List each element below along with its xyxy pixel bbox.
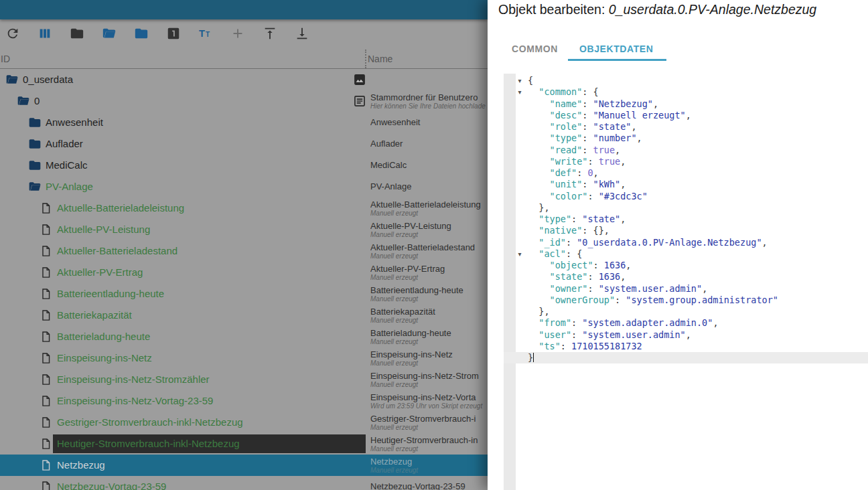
object-name-cell: Aktueller-BatterieladestandManuell erzeu… (370, 240, 488, 262)
object-name: Einspeisung-ins-Netz-Vorta (370, 392, 476, 402)
code-line[interactable]: "ts": 1710155181732 (528, 341, 778, 352)
code-line[interactable]: "common": { (528, 86, 778, 98)
text-format-button[interactable]: TT (198, 26, 213, 41)
dialog-title-prefix: Objekt bearbeiten: (498, 2, 609, 17)
folder-open-icon (102, 26, 117, 41)
object-id-label: Aktueller-PV-Ertrag (57, 262, 143, 283)
file-icon (40, 373, 53, 386)
tree-row-einspeisung-ins-netz[interactable]: Einspeisung-ins-NetzEinspeisung-ins-Netz… (0, 347, 488, 369)
file-icon (40, 437, 53, 451)
add-icon (230, 26, 245, 41)
code-line[interactable]: }, (528, 306, 778, 317)
object-name: Heutiger-Stromverbrauch-in (370, 435, 478, 445)
object-name-cell (370, 69, 488, 90)
code-line[interactable]: } (528, 352, 778, 363)
code-line[interactable]: "unit": "kWh", (528, 179, 778, 190)
code-line[interactable]: "type": "state", (528, 214, 778, 225)
tree-row-netzbezug[interactable]: NetzbezugNetzbezugManuell erzeugt (0, 455, 488, 476)
upload-button[interactable] (263, 26, 277, 41)
looks-one-button[interactable] (166, 26, 181, 41)
tree-row-aktuelle-pv-leistung[interactable]: Aktuelle-PV-LeistungAktuelle-PV-Leistung… (0, 219, 488, 240)
folder-open-button[interactable] (102, 26, 117, 41)
tree-row-auflader[interactable]: AufladerAuflader (0, 133, 488, 155)
file-icon (40, 351, 53, 365)
object-name: Aktueller-PV-Ertrag (370, 264, 445, 274)
code-line[interactable]: "write": true, (528, 156, 778, 167)
tab-common[interactable]: COMMON (501, 37, 569, 61)
view-columns-button[interactable] (38, 26, 52, 41)
object-name: Gestriger-Stromverbrauch-i (370, 414, 476, 424)
file-icon (40, 223, 53, 236)
file-icon (40, 309, 53, 322)
code-line[interactable]: "object": 1636, (528, 260, 778, 271)
fold-arrow-icon[interactable]: ▾ (516, 248, 524, 260)
tree-row-0[interactable]: 0Stammordner für BenutzeroHier können Si… (0, 90, 488, 112)
code-line[interactable]: "name": "Netzbezug", (528, 98, 778, 110)
tree-row-batterieladung-heute[interactable]: Batterieladung-heuteBatterieladung-heute… (0, 326, 488, 347)
tree-row-aktueller-batterieladestand[interactable]: Aktueller-BatterieladestandAktueller-Bat… (0, 240, 488, 262)
code-line[interactable]: "owner": "system.user.admin", (528, 283, 778, 295)
tree-row-batteriekapazität[interactable]: BatteriekapazitätBatteriekapazitätManuel… (0, 305, 488, 326)
object-id-label: Anwesenheit (46, 112, 103, 133)
column-divider[interactable] (365, 50, 366, 68)
folder-open-icon (28, 180, 42, 193)
code-line[interactable]: "_id": "0_userdata.0.PV-Anlage.Netzbezug… (528, 237, 778, 248)
object-name: Netzbezug-Vortag-23-59 (370, 476, 465, 490)
code-line[interactable]: "def": 0, (528, 167, 778, 179)
code-line[interactable]: "role": "state", (528, 121, 778, 133)
tree-row-netzbezug-vortag-23-59[interactable]: Netzbezug-Vortag-23-59Netzbezug-Vortag-2… (0, 476, 488, 490)
code-line[interactable]: "desc": "Manuell erzeugt", (528, 110, 778, 121)
code-line[interactable]: "type": "number", (528, 133, 778, 144)
tree-row-0_userdata[interactable]: 0_userdata (0, 69, 488, 90)
object-id-label: Batteriekapazität (57, 305, 132, 326)
fold-arrow-icon[interactable]: ▾ (516, 75, 524, 86)
fold-arrow-icon[interactable]: ▾ (516, 86, 524, 98)
tree-row-batterieentladung-heute[interactable]: Batterieentladung-heuteBatterieentladung… (0, 283, 488, 305)
code-line[interactable]: "from": "system.adapter.admin.0", (528, 317, 778, 329)
object-name: Batteriekapazität (370, 307, 435, 317)
editor-code[interactable]: { "common": { "name": "Netzbezug", "desc… (528, 75, 778, 363)
folder-button[interactable] (70, 26, 84, 41)
tree-row-einspeisung-ins-netz-vortag-23-59[interactable]: Einspeisung-ins-Netz-Vortag-23-59Einspei… (0, 390, 488, 412)
code-line[interactable]: "color": "#3cdc3c" (528, 191, 778, 202)
tab-objektdaten[interactable]: OBJEKTDATEN (569, 37, 664, 61)
tree-row-aktueller-pv-ertrag[interactable]: Aktueller-PV-ErtragAktueller-PV-ErtragMa… (0, 262, 488, 283)
tree-row-einspeisung-ins-netz-stromzähler[interactable]: Einspeisung-ins-Netz-StromzählerEinspeis… (0, 369, 488, 390)
tree-row-aktuelle-batterieladeleistung[interactable]: Aktuelle-BatterieladeleistungAktuelle-Ba… (0, 197, 488, 219)
object-id-label: 0_userdata (23, 69, 73, 90)
text-cursor (533, 353, 534, 362)
object-name-cell: MediCalc (370, 155, 488, 176)
code-line[interactable]: { (528, 75, 778, 86)
column-header-name: Name (368, 54, 392, 64)
object-id-label: Einspeisung-ins-Netz (57, 347, 152, 369)
file-icon (40, 480, 53, 490)
object-name-cell: Gestriger-Stromverbrauch-iManuell erzeug… (370, 412, 488, 433)
code-line[interactable]: "acl": { (528, 248, 778, 260)
code-line[interactable]: "state": 1636, (528, 271, 778, 282)
dialog-tabs: COMMONOBJEKTDATEN (501, 37, 664, 61)
folder-icon (28, 116, 42, 129)
code-line[interactable]: }, (528, 202, 778, 214)
dialog-title: Objekt bearbeiten: 0_userdata.0.PV-Anlag… (498, 2, 816, 17)
json-editor[interactable]: ▾▾▾ { "common": { "name": "Netzbezug", "… (488, 74, 868, 490)
code-line[interactable]: "read": true, (528, 145, 778, 156)
refresh-button[interactable] (5, 26, 20, 41)
folder-open-icon (17, 94, 30, 108)
image-icon (353, 73, 366, 86)
code-line[interactable]: "user": "system.user.admin", (528, 329, 778, 341)
object-name-cell: Einspeisung-ins-Netz-StromManuell erzeug… (370, 369, 488, 390)
tree-row-heutiger-stromverbrauch-inkl-netzbezug[interactable]: Heutiger-Stromverbrauch-inkl-NetzbezugHe… (0, 433, 488, 455)
add-button[interactable] (230, 26, 245, 41)
folder-button[interactable] (134, 26, 149, 41)
object-name: Batterieentladung-heute (370, 285, 463, 295)
tree-row-gestriger-stromverbrauch-inkl-netzbezug[interactable]: Gestriger-Stromverbrauch-inkl-NetzbezugG… (0, 412, 488, 433)
tree-row-medicalc[interactable]: MediCalcMediCalc (0, 155, 488, 176)
download-button[interactable] (295, 26, 309, 41)
object-description: Manuell erzeugt (370, 252, 418, 260)
tree-row-pv-anlage[interactable]: PV-AnlagePV-Anlage (0, 176, 488, 197)
code-line[interactable]: "native": {}, (528, 225, 778, 236)
object-name-cell: Auflader (370, 133, 488, 155)
tree-row-anwesenheit[interactable]: AnwesenheitAnwesenheit (0, 112, 488, 133)
code-line[interactable]: "ownerGroup": "system.group.administrato… (528, 295, 778, 306)
object-name-cell: NetzbezugManuell erzeugt (370, 455, 488, 476)
